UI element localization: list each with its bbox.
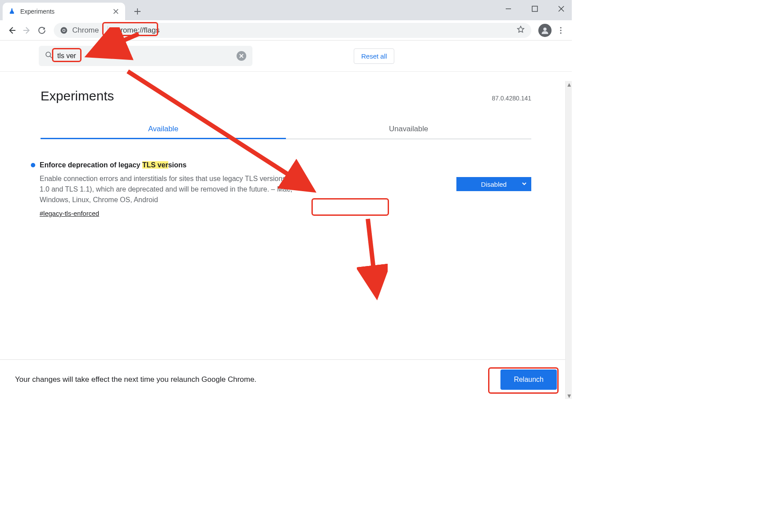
tab-indicator [41,138,286,139]
chrome-icon [60,26,68,34]
menu-button[interactable] [554,24,567,37]
flag-item: Enforce deprecation of legacy TLS versio… [0,139,572,218]
tabs-row: Available Unavailable [41,119,531,139]
browser-tab[interactable]: Experiments [3,3,125,20]
annotation-arrow-to-relaunch [357,217,388,305]
svg-point-8 [46,52,51,57]
forward-button[interactable] [19,23,34,38]
window-controls [501,2,568,16]
search-value: tls ver [57,52,76,60]
experiments-header: Experiments 87.0.4280.141 [0,72,572,103]
search-icon [45,51,53,61]
page-title: Experiments [41,89,114,103]
minimize-button[interactable] [501,2,515,16]
search-flags-input[interactable]: tls ver [39,46,252,66]
new-tab-button[interactable] [131,5,144,18]
close-tab-button[interactable] [112,7,120,15]
flag-hash-link[interactable]: #legacy-tls-enforced [40,210,99,217]
clear-search-button[interactable] [237,51,246,61]
tab-title: Experiments [20,8,112,15]
scrollbar[interactable]: ▴ ▾ [565,81,572,399]
svg-rect-0 [532,6,537,11]
address-chip-label: Chrome [72,26,99,35]
flask-icon [8,7,16,15]
svg-point-5 [560,27,561,28]
page-content: tls ver Reset all Experiments 87.0.4280.… [0,41,572,399]
flag-description: Enable connection errors and interstitia… [40,174,313,205]
tab-unavailable[interactable]: Unavailable [286,119,531,139]
address-url: chrome://flags [112,26,159,35]
flag-title-pre: Enforce deprecation of legacy [40,161,142,169]
search-row: tls ver Reset all [0,41,572,72]
back-button[interactable] [4,23,19,38]
svg-point-3 [63,30,65,31]
bookmark-star-button[interactable] [516,25,525,36]
chevron-down-icon [522,180,527,188]
svg-point-6 [560,30,561,31]
relaunch-footer: Your changes will take effect the next t… [0,359,572,399]
flag-title-post: sions [168,161,187,169]
address-separator [107,26,108,35]
reload-button[interactable] [34,23,49,38]
maximize-button[interactable] [528,2,542,16]
scroll-up-icon[interactable]: ▴ [566,81,572,88]
scroll-down-icon[interactable]: ▾ [566,392,572,399]
svg-line-11 [368,219,377,296]
flag-title-highlight: TLS ver [142,161,168,169]
tab-strip: Experiments [0,0,572,20]
svg-point-7 [560,32,561,33]
profile-button[interactable] [538,24,552,37]
footer-message: Your changes will take effect the next t… [15,375,256,384]
tab-available[interactable]: Available [41,119,286,139]
flag-title: Enforce deprecation of legacy TLS versio… [40,161,186,169]
reset-all-button[interactable]: Reset all [354,48,394,64]
flag-text-block: Enforce deprecation of legacy TLS versio… [31,161,456,218]
flag-select-value: Disabled [481,181,507,188]
chrome-version: 87.0.4280.141 [492,95,531,102]
browser-toolbar: Chrome chrome://flags [0,20,572,41]
flag-modified-dot-icon [31,163,35,167]
svg-point-4 [543,27,546,30]
close-window-button[interactable] [554,2,568,16]
relaunch-button[interactable]: Relaunch [500,369,557,390]
address-bar[interactable]: Chrome chrome://flags [54,23,531,38]
flag-state-select[interactable]: Disabled [456,177,531,191]
